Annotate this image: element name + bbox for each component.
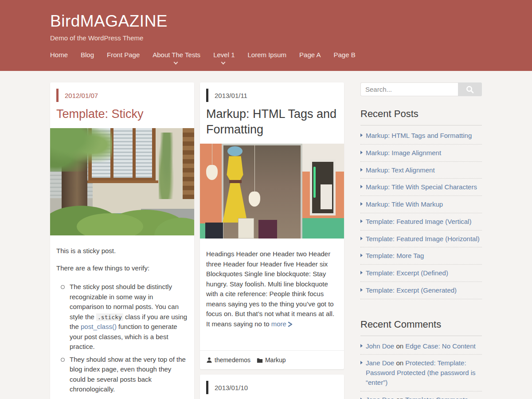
bush-art xyxy=(50,206,121,235)
main-nav: Home Blog Front Page About The Tests Lev… xyxy=(50,51,482,63)
comment-author-link[interactable]: John Doe xyxy=(366,342,394,350)
post-title: Template: Sticky xyxy=(56,106,188,122)
magazine-art xyxy=(205,223,223,239)
post-excerpt: Headings Header one Header two Header th… xyxy=(206,249,338,329)
poster-art xyxy=(321,184,332,209)
comment-author-link[interactable]: Jane Doe xyxy=(366,359,394,367)
nav-item-front-page[interactable]: Front Page xyxy=(107,51,140,63)
posts-column-1: 2012/01/07 Template: Sticky xyxy=(50,82,194,399)
nav-item-label: Level 1 xyxy=(213,51,235,59)
window-art xyxy=(88,128,156,181)
featured-image-house xyxy=(50,128,194,235)
window-sill-art xyxy=(86,180,158,183)
featured-image-shop xyxy=(200,144,344,239)
post-class-link[interactable]: post_class() xyxy=(81,323,117,330)
recent-post-link[interactable]: Template: Featured Image (Vertical) xyxy=(366,218,471,225)
chevron-down-icon xyxy=(221,60,226,65)
recent-post-link[interactable]: Markup: Title With Special Characters xyxy=(366,183,477,191)
category-meta[interactable]: Markup xyxy=(257,356,286,364)
recent-post-item: Markup: Title With Special Characters xyxy=(360,179,482,196)
sidebar: Recent Posts Markup: HTML Tags and Forma… xyxy=(360,82,482,399)
tree-leaves-art xyxy=(50,128,112,172)
chevron-down-icon xyxy=(174,60,178,65)
recent-post-link[interactable]: Markup: Image Alignment xyxy=(366,149,441,156)
nav-item-level-1[interactable]: Level 1 xyxy=(213,51,235,63)
comment-on-text: on xyxy=(396,342,403,350)
search-icon xyxy=(466,85,474,94)
site-title[interactable]: BirdMAGAZINE xyxy=(50,12,482,31)
recent-post-item: Markup: Text Alignment xyxy=(360,162,482,179)
neon-sign-art xyxy=(313,167,316,198)
window-mullion xyxy=(110,128,113,178)
post-title-link[interactable]: Template: Sticky xyxy=(56,107,144,121)
recent-post-link[interactable]: Template: More Tag xyxy=(366,252,424,259)
person-icon xyxy=(206,357,212,363)
list-item-text: They should show at the very top of the … xyxy=(70,356,186,393)
small-window-art xyxy=(310,160,336,215)
more-label: more xyxy=(271,320,286,328)
posts-column-2: 2013/01/11 Markup: HTML Tags and Formatt… xyxy=(200,82,344,399)
bush-art xyxy=(77,213,143,235)
shutter-art xyxy=(50,128,93,198)
comment-on-text: on xyxy=(396,396,403,399)
recent-post-link[interactable]: Markup: Title With Markup xyxy=(366,200,443,208)
inline-code: .sticky xyxy=(96,313,123,321)
recent-post-link[interactable]: Template: Featured Image (Horizontal) xyxy=(366,235,480,243)
post-paragraph: There are a few things to verify: xyxy=(56,263,188,274)
recent-post-item: Markup: HTML Tags and Formatting xyxy=(360,127,482,145)
recent-comment-item: Jane Doe on Protected: Template: Passwor… xyxy=(360,355,482,391)
post-date: 2013/01/11 xyxy=(215,92,247,99)
nav-item-blog[interactable]: Blog xyxy=(81,51,94,63)
lamp-art xyxy=(206,165,218,180)
recent-post-link[interactable]: Markup: HTML Tags and Formatting xyxy=(366,132,472,139)
comment-on-text: on xyxy=(396,359,403,367)
recent-post-link[interactable]: Template: Excerpt (Defined) xyxy=(366,269,448,277)
log-wall-art xyxy=(183,128,194,199)
green-wall-art xyxy=(302,218,344,239)
nav-item-home[interactable]: Home xyxy=(50,51,68,63)
list-item: The sticky post should be distinctly rec… xyxy=(58,282,188,352)
post-card-next: 2013/01/10 xyxy=(200,375,344,399)
pavement-art xyxy=(141,209,194,235)
post-date-row: 2013/01/11 xyxy=(206,89,338,102)
post-bullet-list: The sticky post should be distinctly rec… xyxy=(58,282,188,395)
bench-rail-art xyxy=(54,213,149,216)
recent-comments-widget: Recent Comments John Doe on Edge Case: N… xyxy=(360,319,482,399)
more-link[interactable]: more xyxy=(271,320,293,328)
post-title: Markup: HTML Tags and Formatting xyxy=(206,106,338,137)
recent-comment-item: Jane Doe on Template: Comments xyxy=(360,391,482,399)
post-card-markup: 2013/01/11 Markup: HTML Tags and Formatt… xyxy=(200,82,344,369)
nav-item-label: About The Tests xyxy=(153,51,200,59)
widget-title: Recent Comments xyxy=(360,319,482,336)
green-wall-art xyxy=(200,223,222,239)
post-date-row: 2013/01/10 xyxy=(206,381,338,394)
search-button[interactable] xyxy=(458,82,482,96)
nav-item-page-b[interactable]: Page B xyxy=(333,51,355,63)
recent-post-item: Template: Excerpt (Generated) xyxy=(360,282,482,299)
nav-item-lorem-ipsum[interactable]: Lorem Ipsum xyxy=(248,51,287,63)
comment-post-link[interactable]: Edge Case: No Content xyxy=(405,342,475,350)
author-name: themedemos xyxy=(215,356,250,364)
nav-item-page-a[interactable]: Page A xyxy=(299,51,321,63)
post-paragraph: This is a sticky post. xyxy=(56,246,188,256)
recent-posts-widget: Recent Posts Markup: HTML Tags and Forma… xyxy=(360,108,482,299)
chevron-right-icon xyxy=(288,321,293,327)
post-title-link[interactable]: Markup: HTML Tags and Formatting xyxy=(206,107,336,136)
post-date: 2012/01/07 xyxy=(65,92,98,99)
excerpt-text: Headings Header one Header two Header th… xyxy=(206,250,334,328)
folder-icon xyxy=(257,357,263,363)
date-accent-bar xyxy=(206,381,208,394)
post-date-row: 2012/01/07 xyxy=(56,89,188,102)
recent-post-link[interactable]: Markup: Text Alignment xyxy=(366,166,435,174)
recent-post-item: Template: Featured Image (Vertical) xyxy=(360,213,482,231)
comment-author-link[interactable]: Jane Doe xyxy=(366,396,394,399)
comment-post-link[interactable]: Template: Comments xyxy=(405,396,468,399)
lamp-art xyxy=(249,192,260,207)
author-meta[interactable]: themedemos xyxy=(206,356,250,364)
recent-posts-list: Markup: HTML Tags and Formatting Markup:… xyxy=(360,127,482,299)
nav-item-about-the-tests[interactable]: About The Tests xyxy=(153,51,200,63)
list-item: They should show at the very top of the … xyxy=(58,355,188,395)
search-input[interactable] xyxy=(360,82,458,96)
recent-post-item: Template: Excerpt (Defined) xyxy=(360,265,482,282)
recent-post-link[interactable]: Template: Excerpt (Generated) xyxy=(366,286,457,294)
